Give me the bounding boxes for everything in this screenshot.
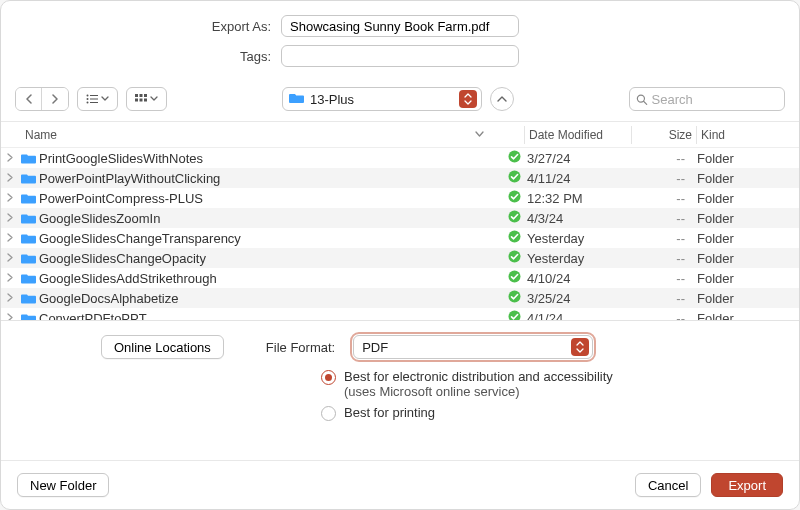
nav-back-button[interactable] (16, 88, 42, 110)
export-button[interactable]: Export (711, 473, 783, 497)
file-name: ConvertPDFtoPPT (37, 311, 501, 321)
nav-back-forward (15, 87, 69, 111)
collapse-button[interactable] (490, 87, 514, 111)
location-label: 13-Plus (310, 92, 453, 107)
chevron-up-icon (497, 95, 507, 103)
sync-status-icon (501, 290, 527, 306)
radio-best-electronic[interactable]: Best for electronic distribution and acc… (321, 369, 779, 399)
svg-line-13 (644, 101, 647, 104)
file-kind: Folder (697, 171, 799, 186)
export-as-input[interactable] (281, 15, 519, 37)
form-top: Export As: Tags: (1, 1, 799, 81)
location-popup[interactable]: 13-Plus (282, 87, 482, 111)
sync-status-icon (501, 250, 527, 266)
svg-point-21 (508, 291, 520, 303)
file-list-body: PrintGoogleSlidesWithNotes3/27/24--Folde… (1, 148, 799, 320)
disclosure-triangle-icon[interactable] (1, 193, 19, 204)
table-row[interactable]: PowerPointPlayWithoutClicking4/11/24--Fo… (1, 168, 799, 188)
file-size: -- (633, 311, 697, 321)
svg-point-18 (508, 231, 520, 243)
file-kind: Folder (697, 151, 799, 166)
disclosure-triangle-icon[interactable] (1, 273, 19, 284)
export-as-row: Export As: (1, 15, 799, 37)
table-row[interactable]: GoogleSlidesZoomIn4/3/24--Folder (1, 208, 799, 228)
table-row[interactable]: ConvertPDFtoPPT4/1/24--Folder (1, 308, 799, 320)
file-format-label: File Format: (266, 340, 335, 355)
sync-status-icon (501, 190, 527, 206)
sort-indicator-icon (475, 131, 484, 138)
svg-rect-3 (90, 99, 98, 100)
online-locations-button[interactable]: Online Locations (101, 335, 224, 359)
file-size: -- (633, 171, 697, 186)
folder-icon (19, 213, 37, 224)
folder-icon (19, 313, 37, 321)
table-row[interactable]: GoogleSlidesChangeTransparencyYesterday-… (1, 228, 799, 248)
nav-forward-button[interactable] (42, 88, 68, 110)
search-input[interactable] (652, 92, 778, 107)
search-field[interactable] (629, 87, 785, 111)
cancel-button[interactable]: Cancel (635, 473, 701, 497)
file-name: GoogleSlidesChangeTransparency (37, 231, 501, 246)
sync-status-icon (501, 210, 527, 226)
svg-rect-1 (90, 95, 98, 96)
view-mode-button[interactable] (77, 87, 118, 111)
svg-point-14 (508, 151, 520, 163)
disclosure-triangle-icon[interactable] (1, 293, 19, 304)
chevron-down-icon (150, 96, 158, 102)
table-row[interactable]: PrintGoogleSlidesWithNotes3/27/24--Folde… (1, 148, 799, 168)
column-name[interactable]: Name (21, 128, 498, 142)
table-row[interactable]: GoogleSlidesAddStrikethrough4/10/24--Fol… (1, 268, 799, 288)
svg-point-0 (87, 95, 89, 97)
file-date: Yesterday (527, 231, 633, 246)
file-name: GoogleSlidesAddStrikethrough (37, 271, 501, 286)
svg-rect-11 (144, 99, 147, 102)
file-size: -- (633, 211, 697, 226)
file-format-value: PDF (362, 340, 565, 355)
list-icon (86, 94, 98, 104)
options-area: Online Locations File Format: PDF Best f… (1, 321, 799, 437)
svg-point-15 (508, 171, 520, 183)
disclosure-triangle-icon[interactable] (1, 233, 19, 244)
radio-icon (321, 406, 336, 421)
svg-point-2 (87, 98, 89, 100)
svg-rect-7 (140, 94, 143, 97)
file-name: PowerPointCompress-PLUS (37, 191, 501, 206)
file-format-popup[interactable]: PDF (353, 335, 593, 359)
folder-icon (19, 293, 37, 304)
file-list: Name Date Modified Size Kind PrintGoogle… (1, 121, 799, 321)
file-kind: Folder (697, 311, 799, 321)
search-icon (636, 93, 648, 106)
file-name: PrintGoogleSlidesWithNotes (37, 151, 501, 166)
file-size: -- (633, 271, 697, 286)
disclosure-triangle-icon[interactable] (1, 313, 19, 321)
pdf-quality-group: Best for electronic distribution and acc… (321, 369, 779, 421)
file-size: -- (633, 231, 697, 246)
file-date: 4/11/24 (527, 171, 633, 186)
chevron-down-icon (101, 96, 109, 102)
svg-rect-6 (135, 94, 138, 97)
disclosure-triangle-icon[interactable] (1, 213, 19, 224)
svg-point-4 (87, 102, 89, 104)
table-row[interactable]: GoogleSlidesChangeOpacityYesterday--Fold… (1, 248, 799, 268)
file-name: GoogleSlidesChangeOpacity (37, 251, 501, 266)
folder-icon (19, 253, 37, 264)
radio-icon (321, 370, 336, 385)
file-kind: Folder (697, 231, 799, 246)
table-row[interactable]: PowerPointCompress-PLUS12:32 PM--Folder (1, 188, 799, 208)
file-kind: Folder (697, 291, 799, 306)
column-size[interactable]: Size (632, 128, 696, 142)
group-mode-button[interactable] (126, 87, 167, 111)
folder-icon (289, 92, 304, 107)
radio-best-electronic-sublabel: (uses Microsoft online service) (344, 384, 520, 399)
folder-icon (19, 153, 37, 164)
disclosure-triangle-icon[interactable] (1, 253, 19, 264)
radio-best-printing[interactable]: Best for printing (321, 405, 779, 421)
column-kind[interactable]: Kind (697, 128, 799, 142)
new-folder-button[interactable]: New Folder (17, 473, 109, 497)
column-date[interactable]: Date Modified (525, 128, 631, 142)
disclosure-triangle-icon[interactable] (1, 153, 19, 164)
disclosure-triangle-icon[interactable] (1, 173, 19, 184)
sync-status-icon (501, 150, 527, 166)
table-row[interactable]: GoogleDocsAlphabetize3/25/24--Folder (1, 288, 799, 308)
tags-input[interactable] (281, 45, 519, 67)
